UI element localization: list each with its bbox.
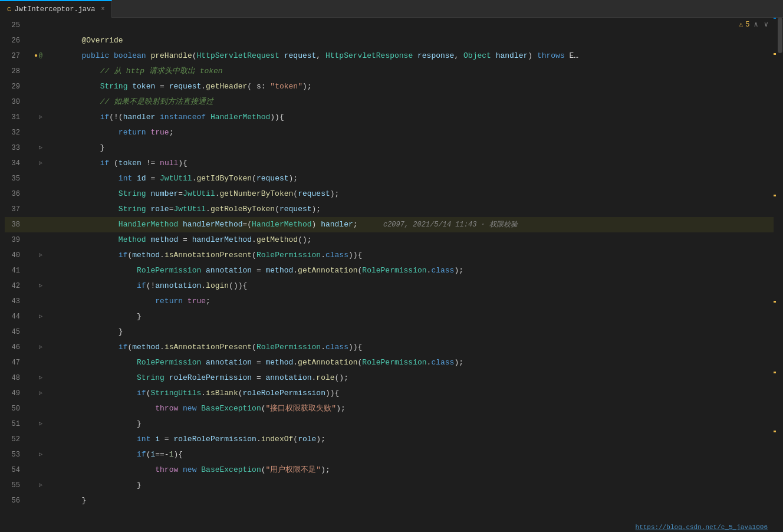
line-37: 37 String role=JwtUtil.getRoleByToken(re… xyxy=(5,202,783,217)
line-54: 54 throw new BaseException("用户权限不足"); xyxy=(5,462,783,478)
fold-icon-49[interactable]: ▷ xyxy=(39,386,42,401)
line-50: 50 throw new BaseException("接口权限获取失败"); xyxy=(5,401,783,416)
line-47: 47 RolePermission annotation = method.ge… xyxy=(5,355,783,370)
fold-icon-33[interactable]: ▷ xyxy=(39,140,42,156)
tab-close-icon[interactable]: × xyxy=(101,6,104,12)
tab-jwt-interceptor[interactable]: C JwtInterceptor.java × xyxy=(0,0,112,18)
tab-bar: C JwtInterceptor.java × xyxy=(0,0,783,18)
scrollbar-thumb[interactable] xyxy=(778,18,782,53)
line-35: 35 int id = JwtUtil.getIdByToken(request… xyxy=(5,171,783,186)
line-28: 28 // 从 http 请求头中取出 token xyxy=(5,64,783,79)
line-41: 41 RolePermission annotation = method.ge… xyxy=(5,263,783,278)
code-area: 25 26 @Override 27 ● @ xyxy=(0,18,783,532)
line-34: 34 ▷ if (token != null){ xyxy=(5,156,783,171)
line-39: 39 Method method = handlerMethod.getMeth… xyxy=(5,232,783,248)
line-53: 53 ▷ if(i==-1){ xyxy=(5,447,783,462)
line-36: 36 String number=JwtUtil.getNumberByToke… xyxy=(5,186,783,202)
fold-icon-51[interactable]: ▷ xyxy=(39,416,42,432)
warning-icon: ⚠ xyxy=(739,20,743,29)
line-51: 51 ▷ } xyxy=(5,416,783,432)
line-55: 55 ▷ } xyxy=(5,478,783,493)
tab-type-icon: C xyxy=(7,6,11,13)
tab-filename: JwtInterceptor.java xyxy=(15,5,96,14)
editor-container: ⚠ 5 ∧ ∨ 25 26 @Override 27 xyxy=(0,18,783,532)
line-30: 30 // 如果不是映射到方法直接通过 xyxy=(5,94,783,110)
line-52: 52 int i = roleRolePermission.indexOf(ro… xyxy=(5,432,783,447)
fold-icon-53[interactable]: ▷ xyxy=(39,447,42,462)
warning-down-button[interactable]: ∨ xyxy=(762,20,770,29)
line-48: 48 ▷ String roleRolePermission = annotat… xyxy=(5,370,783,386)
line-26: 26 @Override xyxy=(5,33,783,48)
line-32: 32 return true; xyxy=(5,125,783,140)
editor-window: C JwtInterceptor.java × ⚠ 5 ∧ ∨ 25 26 xyxy=(0,0,783,532)
line-25: 25 xyxy=(5,18,783,33)
fold-icon-55[interactable]: ▷ xyxy=(39,478,42,493)
line-38: 38 HandlerMethod handlerMethod=(HandlerM… xyxy=(5,217,783,232)
line-29: 29 String token = request.getHeader( s: … xyxy=(5,79,783,94)
line-40: 40 ▷ if(method.isAnnotationPresent(RoleP… xyxy=(5,248,783,263)
fold-icon-44[interactable]: ▷ xyxy=(39,309,42,324)
line-49: 49 ▷ if(StringUtils.isBlank(roleRolePerm… xyxy=(5,386,783,401)
fold-icon-42[interactable]: ▷ xyxy=(39,278,42,294)
warning-bar: ⚠ 5 ∧ ∨ xyxy=(734,18,775,31)
line-46: 46 ▷ if(method.isAnnotationPresent(RoleP… xyxy=(5,340,783,355)
line-27: 27 ● @ public boolean preHandle(HttpServ… xyxy=(5,48,783,64)
fold-icon-48[interactable]: ▷ xyxy=(39,370,42,386)
line-42: 42 ▷ if(!annotation.login()){ xyxy=(5,278,783,294)
warning-count: 5 xyxy=(745,21,749,29)
vertical-scrollbar[interactable] xyxy=(776,18,783,532)
line-45: 45 } xyxy=(5,324,783,340)
warning-up-button[interactable]: ∧ xyxy=(752,20,760,29)
line-43: 43 return true; xyxy=(5,294,783,309)
line-56: 56 } xyxy=(5,493,783,508)
bottom-url[interactable]: https://blog.csdn.net/c_5_java1006 xyxy=(632,523,771,532)
fold-icon-40[interactable]: ▷ xyxy=(39,248,42,263)
annotation-dot: @ xyxy=(39,48,42,64)
fold-icon-46[interactable]: ▷ xyxy=(39,340,42,355)
fold-icon-34[interactable]: ▷ xyxy=(39,156,42,171)
breakpoint-dot[interactable]: ● xyxy=(34,48,38,64)
fold-icon-31[interactable]: ▷ xyxy=(39,110,42,125)
line-44: 44 ▷ } xyxy=(5,309,783,324)
line-33: 33 ▷ } xyxy=(5,140,783,156)
line-31: 31 ▷ if(!(handler instanceof HandlerMeth… xyxy=(5,110,783,125)
